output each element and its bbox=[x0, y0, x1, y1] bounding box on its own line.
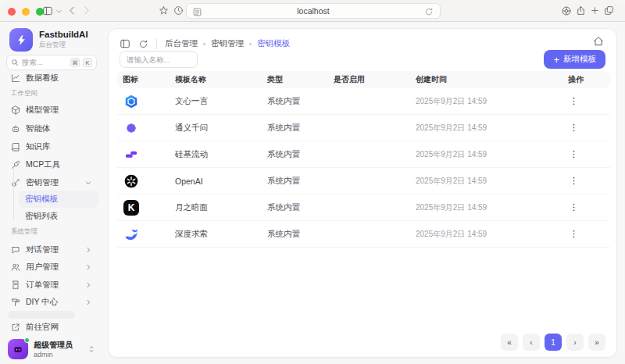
window-controls bbox=[8, 8, 44, 16]
user-menu[interactable]: 超级管理员 admin bbox=[5, 337, 98, 361]
breadcrumb: 后台管理 密钥管理 密钥模板 bbox=[165, 38, 290, 49]
template-name: 深度求索 bbox=[175, 229, 267, 240]
col-name: 模板名称 bbox=[175, 74, 267, 85]
row-actions-menu-icon[interactable] bbox=[568, 95, 579, 108]
created-time: 2025年9月2日 14:59 bbox=[416, 149, 568, 160]
paint-roller-icon bbox=[11, 298, 20, 307]
refresh-page-icon[interactable] bbox=[138, 39, 148, 49]
main-panel: 后台管理 密钥管理 密钥模板 + 新增模板 图标 模板名称 类型 是否启用 创建… bbox=[108, 28, 617, 358]
chevron-right-icon bbox=[84, 281, 92, 289]
search-icon bbox=[11, 59, 19, 66]
row-actions-menu-icon[interactable] bbox=[568, 228, 579, 241]
table-row[interactable]: 文心一言 系统内置 2025年9月2日 14:59 bbox=[116, 88, 610, 115]
collapse-panel-icon[interactable] bbox=[120, 38, 130, 49]
browser-chrome: localhost bbox=[0, 0, 625, 22]
template-name: OpenAI bbox=[175, 177, 267, 186]
table-row[interactable]: 深度求索 系统内置 2025年9月2日 14:59 bbox=[116, 221, 610, 248]
user-role: admin bbox=[34, 351, 82, 359]
last-page-button[interactable]: » bbox=[588, 334, 605, 351]
kimi-logo-icon: K bbox=[123, 199, 140, 216]
bookmark-star-icon[interactable] bbox=[159, 5, 170, 16]
section-label-workspace: 工作空间 bbox=[11, 89, 38, 98]
sidebar-item-agent[interactable]: 智能体 bbox=[5, 120, 98, 137]
sidebar-item-dashboard[interactable]: 数据看板 bbox=[5, 70, 98, 87]
tab-overview-icon[interactable] bbox=[604, 5, 615, 16]
divider bbox=[156, 38, 157, 49]
table-body: 文心一言 系统内置 2025年9月2日 14:59 通义千问 系统内置 2025… bbox=[116, 88, 610, 248]
created-time: 2025年9月2日 14:59 bbox=[416, 96, 568, 107]
chevron-down-icon[interactable] bbox=[55, 8, 66, 19]
sidebar-item-mcp[interactable]: MCP工具 bbox=[5, 156, 98, 173]
history-clock-icon[interactable] bbox=[173, 5, 184, 16]
first-page-button[interactable]: « bbox=[501, 334, 518, 351]
row-actions-menu-icon[interactable] bbox=[568, 148, 579, 161]
reload-icon[interactable] bbox=[424, 7, 434, 17]
home-icon[interactable] bbox=[593, 36, 604, 47]
table-row[interactable]: K 月之暗面 系统内置 2025年9月2日 14:59 bbox=[116, 194, 610, 221]
table-header: 图标 模板名称 类型 是否启用 创建时间 操作 bbox=[116, 71, 610, 88]
sidebar-item-chat[interactable]: 对话管理 bbox=[5, 241, 98, 259]
avatar bbox=[8, 339, 28, 359]
add-template-button[interactable]: + 新增模板 bbox=[544, 50, 605, 69]
breadcrumb-item[interactable]: 后台管理 bbox=[165, 38, 198, 49]
template-name: 硅基流动 bbox=[175, 149, 267, 160]
created-time: 2025年9月2日 14:59 bbox=[416, 176, 568, 187]
sidebar-item-key-list[interactable]: 密钥列表 bbox=[19, 208, 98, 225]
sidebar-search-input[interactable]: 搜索... ⌘ K bbox=[6, 55, 97, 70]
sidebar-item-knowledge[interactable]: 知识库 bbox=[5, 138, 98, 155]
user-name: 超级管理员 bbox=[34, 340, 82, 351]
app-title: FastbuildAI bbox=[39, 30, 88, 39]
chat-bubble-icon bbox=[11, 245, 20, 255]
submenu-guide-line bbox=[13, 169, 14, 220]
minimize-window-button[interactable] bbox=[22, 8, 30, 16]
table-row[interactable]: 硅基流动 系统内置 2025年9月2日 14:59 bbox=[116, 141, 610, 168]
sidebar-item-website[interactable]: 前往官网 bbox=[5, 319, 98, 336]
qwen-logo-icon bbox=[123, 120, 140, 137]
sidebar-item-key-template[interactable]: 密钥模板 bbox=[19, 191, 98, 208]
next-page-button[interactable]: › bbox=[566, 334, 584, 351]
sidebar-item-model[interactable]: 模型管理 bbox=[5, 102, 98, 119]
receipt-icon bbox=[11, 280, 20, 290]
breadcrumb-item[interactable]: 密钥管理 bbox=[211, 38, 244, 49]
templates-table: 图标 模板名称 类型 是否启用 创建时间 操作 文心一言 系统内置 2025年9… bbox=[116, 71, 610, 248]
breadcrumb-separator bbox=[203, 43, 205, 45]
reader-view-icon[interactable] bbox=[192, 7, 202, 17]
prev-page-button[interactable]: ‹ bbox=[523, 334, 540, 351]
breadcrumb-current: 密钥模板 bbox=[257, 38, 290, 49]
extensions-icon[interactable] bbox=[561, 5, 572, 16]
table-row[interactable]: OpenAI 系统内置 2025年9月2日 14:59 bbox=[116, 168, 610, 194]
current-page-button[interactable]: 1 bbox=[545, 334, 562, 351]
sidebar-item-users[interactable]: 用户管理 bbox=[5, 259, 98, 276]
row-actions-menu-icon[interactable] bbox=[568, 122, 579, 134]
chart-icon bbox=[11, 73, 20, 83]
external-link-icon bbox=[11, 323, 20, 332]
row-actions-menu-icon[interactable] bbox=[568, 202, 579, 214]
app-logo bbox=[9, 28, 33, 52]
col-enabled: 是否启用 bbox=[334, 74, 416, 85]
siliconflow-logo-icon bbox=[123, 146, 140, 163]
search-placeholder: 搜索... bbox=[22, 58, 67, 68]
col-actions: 操作 bbox=[568, 74, 610, 85]
online-status-dot bbox=[24, 337, 30, 343]
sidebar-item-diy[interactable]: DIY 中心 bbox=[5, 294, 98, 311]
name-filter-input[interactable] bbox=[120, 51, 198, 68]
sidebar-item-orders[interactable]: 订单管理 bbox=[5, 277, 98, 294]
url-text: localhost bbox=[297, 6, 329, 16]
forward-button[interactable] bbox=[81, 5, 92, 16]
back-button[interactable] bbox=[67, 5, 78, 16]
select-chevrons-icon bbox=[88, 345, 95, 353]
template-name: 月之暗面 bbox=[175, 202, 267, 213]
wrench-icon bbox=[11, 160, 20, 170]
users-icon bbox=[11, 262, 20, 272]
chevron-right-icon bbox=[84, 246, 92, 254]
row-actions-menu-icon[interactable] bbox=[568, 175, 579, 187]
new-tab-icon[interactable] bbox=[590, 5, 601, 16]
sidebar-item-keys[interactable]: 密钥管理 bbox=[5, 174, 98, 191]
share-icon[interactable] bbox=[576, 5, 587, 16]
address-bar[interactable]: localhost bbox=[186, 3, 441, 19]
table-row[interactable]: 通义千问 系统内置 2025年9月2日 14:59 bbox=[116, 115, 610, 141]
plus-icon: + bbox=[553, 55, 559, 65]
browser-sidebar-icon[interactable] bbox=[42, 5, 53, 16]
chevron-down-icon bbox=[84, 179, 92, 187]
close-window-button[interactable] bbox=[8, 8, 16, 16]
